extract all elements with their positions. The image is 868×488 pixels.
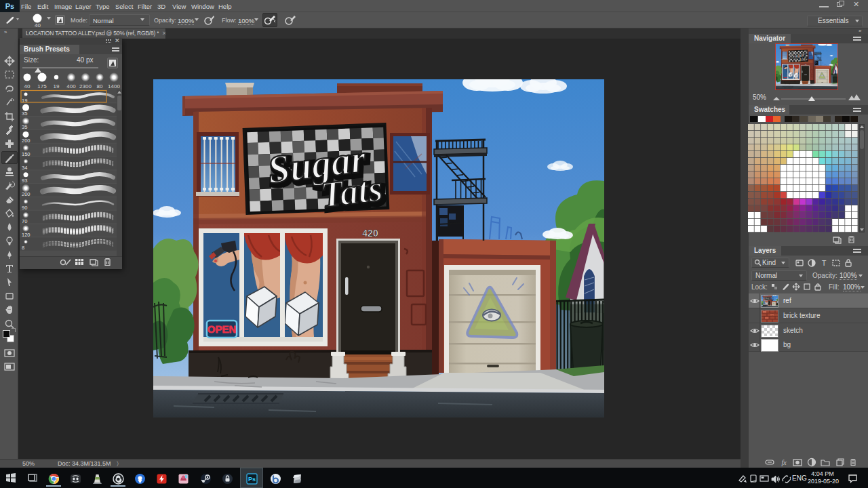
svg-text:200: 200 [22, 138, 31, 144]
svg-text:fx: fx [781, 459, 787, 466]
svg-text:150: 150 [22, 151, 31, 157]
svg-text:35: 35 [22, 124, 27, 130]
svg-text:120: 120 [22, 232, 31, 238]
svg-text:34: 34 [22, 165, 27, 171]
svg-text:Ps: Ps [248, 476, 256, 483]
svg-text:T: T [822, 259, 827, 267]
svg-text:8: 8 [22, 245, 24, 251]
svg-text:200: 200 [22, 191, 31, 197]
svg-text:90: 90 [22, 205, 27, 211]
svg-text:35: 35 [22, 110, 27, 117]
svg-text:70: 70 [22, 218, 27, 224]
svg-text:93: 93 [22, 178, 27, 184]
